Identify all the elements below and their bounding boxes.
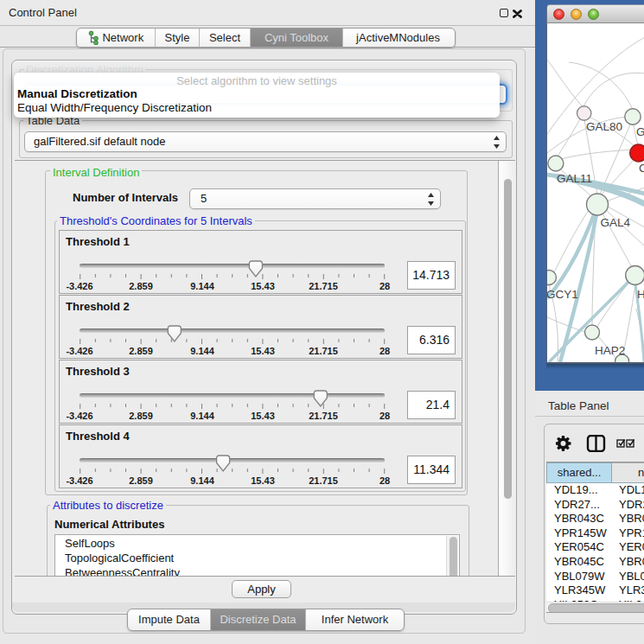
svg-text:H: H bbox=[637, 288, 644, 301]
svg-text:GAL80: GAL80 bbox=[586, 120, 622, 133]
svg-text:G...: G... bbox=[636, 125, 644, 138]
svg-text:GCY1: GCY1 bbox=[547, 288, 578, 301]
svg-text:HAP2: HAP2 bbox=[595, 344, 625, 357]
svg-text:GAL11: GAL11 bbox=[557, 172, 592, 185]
svg-text:GAL4: GAL4 bbox=[601, 216, 631, 229]
svg-text:C: C bbox=[639, 162, 644, 175]
